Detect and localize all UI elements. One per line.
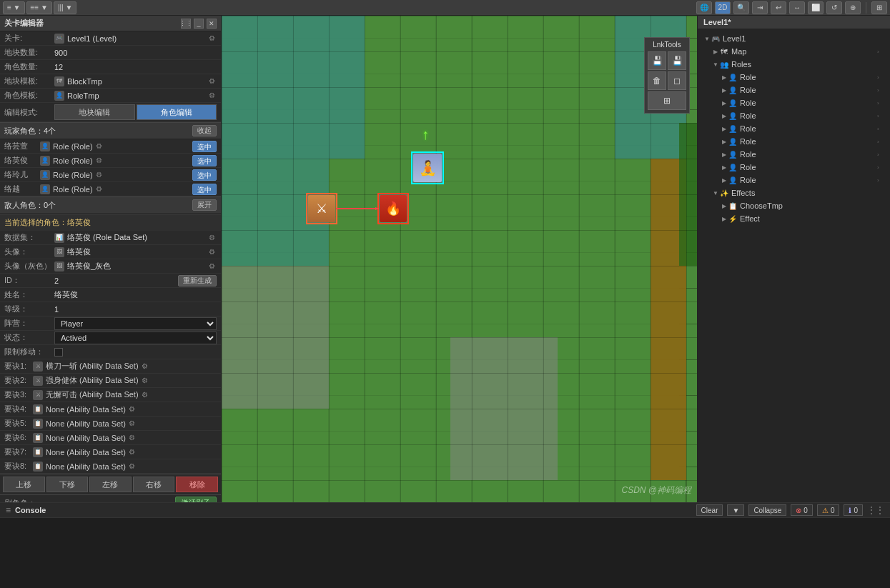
toolbar-btn-menu2[interactable]: ≡≡ ▼ — [26, 1, 52, 14]
role2-select-btn[interactable]: 选中 — [192, 155, 217, 166]
panel-menu-btn[interactable]: ⋮⋮ — [181, 19, 191, 29]
skill3-icon: ⚔ — [33, 390, 43, 400]
tree-item-level1[interactable]: ▼ 🎮 Level1 — [701, 32, 887, 45]
tree-item-role-6[interactable]: ▶ 👤 Role › — [701, 135, 887, 148]
skill-row-1: 要诀1: ⚔ 横刀一斩 (Ability Data Set) ⚙ — [0, 359, 221, 374]
tree-item-role-8[interactable]: ▶ 👤 Role › — [701, 161, 887, 174]
warning-count: 0 — [831, 507, 835, 514]
toolbar-btn-3d[interactable]: 🔍 — [733, 1, 749, 14]
block-template-settings[interactable]: ⚙ — [207, 76, 217, 86]
tree-item-role-7[interactable]: ▶ 👤 Role › — [701, 148, 887, 161]
toolbar-btn-settings[interactable]: ⊕ — [845, 1, 861, 14]
skill6-value: None (Ability Data Set) — [46, 434, 126, 442]
move-down-btn[interactable]: 下移 — [46, 477, 89, 492]
skill3-settings[interactable]: ⚙ — [140, 390, 150, 400]
toolbar-btn-menu3[interactable]: ||| ▼ — [54, 1, 76, 14]
tree-item-effects[interactable]: ▼ ✨ Effects — [701, 186, 887, 199]
skill7-settings[interactable]: ⚙ — [127, 447, 137, 457]
tree-item-role-3[interactable]: ▶ 👤 Role › — [701, 96, 887, 109]
tree-item-roles[interactable]: ▼ 👥 Roles — [701, 58, 887, 71]
toolbar-btn-rotate[interactable]: ↩ — [771, 1, 786, 14]
tree-nav-role4: › — [877, 113, 884, 119]
portrait-gray-settings[interactable]: ⚙ — [207, 261, 217, 271]
id-value: 2 — [54, 276, 175, 285]
move-right-btn[interactable]: 右移 — [133, 477, 175, 492]
toolbar-btn-scale[interactable]: ↔ — [789, 1, 805, 14]
edit-mode-role-btn[interactable]: 角色编辑 — [137, 104, 217, 120]
enemy-roles-header: 敌人角色：0个 展开 — [0, 196, 221, 214]
role1-icon: 👤 — [40, 141, 50, 151]
lnk-select-btn[interactable]: ◻ — [668, 71, 686, 90]
remove-btn[interactable]: 移除 — [176, 477, 218, 492]
right-panel-header: Level1* — [698, 16, 890, 29]
panel-close-btn[interactable]: ✕ — [207, 19, 217, 29]
toolbar-btn-layers[interactable]: ⊞ — [871, 1, 887, 14]
field-block-count: 地块数量: 900 — [0, 46, 221, 60]
edit-mode-tile-btn[interactable]: 地块编辑 — [54, 104, 135, 120]
expand-btn[interactable]: 展开 — [192, 199, 217, 211]
role4-settings[interactable]: ⚙ — [94, 184, 104, 194]
console-clear-btn[interactable]: Clear — [696, 504, 723, 516]
role-template-settings[interactable]: ⚙ — [207, 91, 217, 101]
skill5-settings[interactable]: ⚙ — [127, 419, 137, 429]
lnk-save-btn-1[interactable]: 💾 — [648, 51, 666, 70]
skill6-settings[interactable]: ⚙ — [127, 433, 137, 443]
console-collapse-btn[interactable]: Collapse — [748, 504, 786, 516]
block-template-icon: 🗺 — [54, 76, 64, 86]
role1-select-btn[interactable]: 选中 — [192, 141, 217, 152]
lnk-extra-btn[interactable]: ⊞ — [648, 91, 686, 110]
regen-btn[interactable]: 重新生成 — [178, 275, 217, 286]
lnk-tools-title: LnkTools — [648, 41, 686, 49]
activate-brush-btn[interactable]: 激活刷子 — [175, 497, 217, 502]
sprite-role-warrior[interactable]: ⚔ — [306, 193, 337, 224]
field-status: 状态： Actived Inactive Dead — [0, 331, 221, 345]
sprite-role-enemy[interactable]: 🔥 — [377, 193, 409, 224]
toolbar-btn-play[interactable]: ↺ — [826, 1, 842, 14]
tree-label-role9: Role — [740, 176, 877, 184]
tree-item-role-5[interactable]: ▶ 👤 Role › — [701, 122, 887, 135]
tree-item-role-4[interactable]: ▶ 👤 Role › — [701, 109, 887, 122]
level-settings-icon[interactable]: ⚙ — [207, 34, 217, 44]
move-up-btn[interactable]: 上移 — [3, 477, 45, 492]
tree-arrow-roles: ▼ — [712, 61, 719, 68]
console-dropdown-btn[interactable]: ▼ — [727, 504, 744, 516]
skill1-settings[interactable]: ⚙ — [140, 362, 150, 372]
tree-icon-map: 🗺 — [719, 46, 729, 56]
faction-select[interactable]: Player Enemy Neutral — [54, 317, 217, 330]
collapse-btn[interactable]: 收起 — [192, 125, 217, 136]
player-role-row-3: 络玲儿 👤 Role (Role) ⚙ 选中 — [0, 168, 221, 182]
sprite-role-selected[interactable]: 🧘 — [411, 151, 444, 184]
lnk-delete-btn[interactable]: 🗑 — [648, 71, 666, 90]
tree-item-role-9[interactable]: ▶ 👤 Role › — [701, 174, 887, 186]
skill8-settings[interactable]: ⚙ — [127, 462, 137, 472]
console-options-icon[interactable]: ⋮⋮ — [867, 505, 884, 515]
status-select[interactable]: Actived Inactive Dead — [54, 332, 217, 344]
role3-select-btn[interactable]: 选中 — [192, 169, 217, 181]
portrait-settings[interactable]: ⚙ — [207, 247, 217, 257]
role3-settings[interactable]: ⚙ — [94, 170, 104, 180]
toolbar-btn-2d[interactable]: 2D — [715, 1, 731, 14]
panel-minimize-btn[interactable]: _ — [194, 19, 204, 29]
skill2-settings[interactable]: ⚙ — [140, 376, 150, 386]
tree-item-choosetmp[interactable]: ▶ 📋 ChooseTmp — [701, 199, 887, 212]
role4-select-btn[interactable]: 选中 — [192, 184, 217, 195]
tree-item-role-1[interactable]: ▶ 👤 Role › — [701, 71, 887, 84]
role1-settings[interactable]: ⚙ — [94, 141, 104, 151]
tree-item-role-2[interactable]: ▶ 👤 Role › — [701, 84, 887, 96]
tree-item-effect[interactable]: ▶ ⚡ Effect — [701, 212, 887, 225]
toolbar-btn-rect[interactable]: ⬜ — [808, 1, 824, 14]
dataset-settings[interactable]: ⚙ — [207, 233, 217, 243]
toolbar-btn-move[interactable]: ⇥ — [752, 1, 768, 14]
toolbar-btn-menu1[interactable]: ≡ ▼ — [3, 1, 25, 14]
console-menu-icon[interactable]: ≡ — [6, 505, 11, 515]
toolbar-icon-global[interactable]: 🌐 — [696, 1, 712, 14]
move-left-btn[interactable]: 左移 — [89, 477, 132, 492]
watermark: CSDN @神码编程 — [621, 484, 691, 497]
skill4-settings[interactable]: ⚙ — [127, 404, 137, 414]
tree-item-map[interactable]: ▶ 🗺 Map › — [701, 45, 887, 58]
role2-settings[interactable]: ⚙ — [94, 156, 104, 166]
limit-move-checkbox[interactable] — [54, 348, 63, 357]
lnk-save-btn-2[interactable]: 💾 — [668, 51, 686, 70]
center-map-area[interactable]: 🧘 ↑ ⚔ 🔥 LnkTools 💾 💾 🗑 ◻ ⊞ — [222, 16, 697, 502]
tree-icon-role9: 👤 — [728, 175, 738, 185]
